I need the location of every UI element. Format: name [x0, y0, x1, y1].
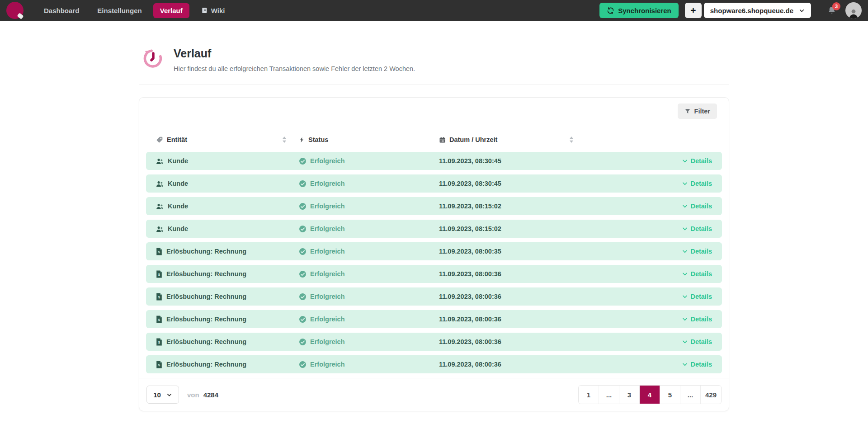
- status-cell: Erfolgreich: [299, 338, 439, 346]
- page-button[interactable]: ...: [599, 386, 619, 404]
- total-count: 4284: [203, 391, 218, 399]
- page-button[interactable]: 1: [579, 386, 599, 404]
- page-header: Verlauf Hier findest du alle erfolgreich…: [139, 47, 729, 72]
- page-button[interactable]: 5: [660, 386, 680, 404]
- table-row: $ Kunde Erfolgreich 11.09.2023, 08:15:02…: [146, 197, 722, 215]
- notifications-button[interactable]: 3: [827, 6, 836, 15]
- check-circle-icon: [299, 270, 307, 278]
- book-icon: [201, 7, 208, 14]
- invoice-icon: $: [156, 361, 162, 368]
- details-label: Details: [690, 180, 712, 187]
- user-avatar[interactable]: [845, 2, 862, 19]
- entity-label: Erlösbuchung: Rechnung: [166, 338, 246, 345]
- details-label: Details: [690, 316, 712, 323]
- nav-item-einstellungen[interactable]: Einstellungen: [90, 3, 148, 18]
- details-label: Details: [690, 203, 712, 210]
- status-cell: Erfolgreich: [299, 203, 439, 210]
- page-button[interactable]: ...: [680, 386, 701, 404]
- details-button[interactable]: Details: [682, 361, 712, 368]
- chevron-down-icon: [682, 226, 688, 232]
- details-button[interactable]: Details: [682, 270, 712, 278]
- datetime-cell: 11.09.2023, 08:30:45: [439, 157, 579, 165]
- details-label: Details: [690, 225, 712, 232]
- invoice-icon: $: [156, 248, 162, 255]
- nav-item-verlauf[interactable]: Verlauf: [153, 3, 189, 18]
- chevron-down-icon: [682, 361, 688, 367]
- check-circle-icon: [299, 180, 307, 188]
- page-button[interactable]: 429: [701, 386, 721, 404]
- details-button[interactable]: Details: [682, 316, 712, 323]
- details-button[interactable]: Details: [682, 248, 712, 255]
- details-button[interactable]: Details: [682, 225, 712, 232]
- tag-icon: [156, 136, 163, 143]
- nav-item-dashboard[interactable]: Dashboard: [37, 3, 86, 18]
- table-row: $ Kunde Erfolgreich 11.09.2023, 08:30:45…: [146, 174, 722, 193]
- status-cell: Erfolgreich: [299, 361, 439, 368]
- users-icon: [156, 203, 164, 210]
- status-cell: Erfolgreich: [299, 293, 439, 301]
- chevron-down-icon: [682, 180, 688, 187]
- sort-entity-button[interactable]: [282, 136, 299, 143]
- entity-label: Erlösbuchung: Rechnung: [166, 248, 246, 255]
- nav-item-wiki[interactable]: Wiki: [194, 3, 232, 18]
- shop-selector-dropdown[interactable]: shopware6.shopqueue.de: [704, 3, 811, 18]
- entity-cell: $ Erlösbuchung: Rechnung: [156, 361, 299, 368]
- check-circle-icon: [299, 248, 307, 255]
- sort-datetime-button[interactable]: [569, 136, 587, 143]
- shop-selector-value: shopware6.shopqueue.de: [710, 7, 793, 14]
- synchronize-button[interactable]: Synchronisieren: [599, 3, 679, 18]
- funnel-icon: [684, 108, 691, 114]
- pagination: 1...345...429: [578, 385, 722, 404]
- details-button[interactable]: Details: [682, 203, 712, 210]
- datetime-cell: 11.09.2023, 08:00:36: [439, 293, 579, 300]
- column-header-label: Entität: [167, 136, 187, 143]
- details-button[interactable]: Details: [682, 157, 712, 165]
- nav-item-label: Verlauf: [160, 7, 183, 14]
- column-header-datetime: Datum / Uhrzeit: [439, 136, 569, 143]
- entity-label: Kunde: [168, 225, 188, 232]
- filter-button[interactable]: Filter: [678, 104, 717, 119]
- brand-logo[interactable]: [6, 2, 24, 19]
- details-label: Details: [690, 361, 712, 368]
- entity-label: Erlösbuchung: Rechnung: [166, 316, 246, 323]
- synchronize-label: Synchronisieren: [618, 7, 671, 14]
- table-row: $ Erlösbuchung: Rechnung Erfolgreich 11.…: [146, 333, 722, 351]
- column-header-status: Status: [299, 136, 439, 143]
- bolt-icon: [299, 137, 305, 143]
- entity-cell: $ Erlösbuchung: Rechnung: [156, 316, 299, 323]
- invoice-icon: $: [156, 293, 162, 301]
- page-button-active[interactable]: 4: [640, 386, 660, 404]
- notification-badge: 3: [832, 2, 840, 10]
- entity-cell: $ Erlösbuchung: Rechnung: [156, 293, 299, 301]
- datetime-cell: 11.09.2023, 08:15:02: [439, 225, 579, 232]
- svg-text:$: $: [158, 250, 160, 254]
- status-cell: Erfolgreich: [299, 157, 439, 165]
- add-shop-button[interactable]: +: [685, 3, 702, 18]
- table-body: $ Kunde Erfolgreich 11.09.2023, 08:30:45…: [146, 152, 722, 373]
- entity-cell: $ Erlösbuchung: Rechnung: [156, 270, 299, 278]
- check-circle-icon: [299, 203, 307, 210]
- details-button[interactable]: Details: [682, 338, 712, 345]
- page-title: Verlauf: [174, 47, 415, 60]
- check-circle-icon: [299, 293, 307, 301]
- chevron-down-icon: [682, 316, 688, 322]
- status-cell: Erfolgreich: [299, 225, 439, 233]
- page-size-select[interactable]: 10: [146, 386, 179, 404]
- status-cell: Erfolgreich: [299, 316, 439, 323]
- table-row: $ Kunde Erfolgreich 11.09.2023, 08:15:02…: [146, 220, 722, 238]
- column-header-label: Status: [308, 136, 328, 143]
- details-label: Details: [690, 293, 712, 300]
- details-button[interactable]: Details: [682, 180, 712, 187]
- details-button[interactable]: Details: [682, 293, 712, 300]
- page-button[interactable]: 3: [619, 386, 640, 404]
- entity-label: Erlösbuchung: Rechnung: [166, 293, 246, 300]
- person-icon: [848, 8, 859, 19]
- column-header-label: Datum / Uhrzeit: [449, 136, 497, 143]
- status-label: Erfolgreich: [310, 203, 345, 210]
- check-circle-icon: [299, 225, 307, 233]
- details-label: Details: [690, 338, 712, 345]
- invoice-icon: $: [156, 316, 162, 323]
- svg-text:$: $: [158, 363, 160, 367]
- status-label: Erfolgreich: [310, 270, 345, 278]
- users-icon: [156, 226, 164, 232]
